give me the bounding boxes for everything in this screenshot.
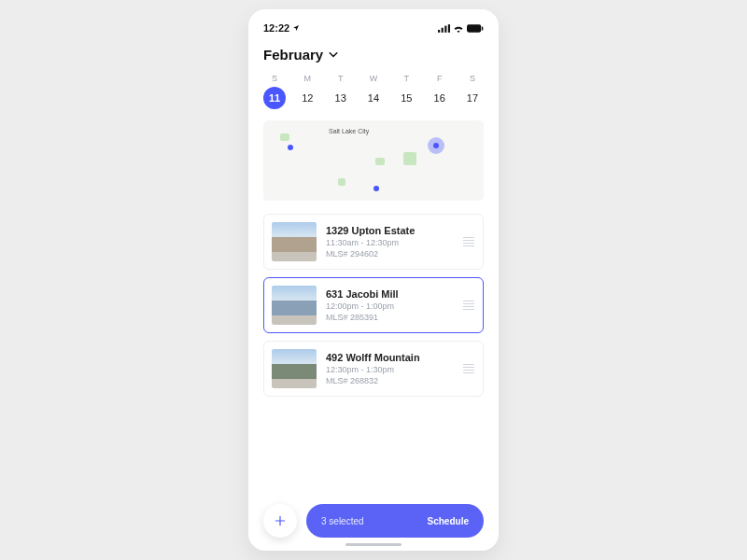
map-park (375, 158, 385, 165)
dow: T (330, 74, 352, 83)
status-bar: 12:22 (263, 22, 484, 34)
svg-rect-5 (482, 26, 483, 30)
date-cell[interactable]: 11 (263, 87, 286, 109)
svg-rect-1 (442, 27, 444, 32)
chevron-down-icon (329, 52, 338, 58)
svg-rect-4 (467, 24, 481, 32)
map-park (280, 133, 289, 141)
listing-title: 1329 Upton Estate (326, 225, 453, 236)
map-park (338, 178, 345, 186)
battery-icon (467, 24, 484, 33)
svg-rect-3 (448, 24, 450, 33)
plus-icon (274, 514, 287, 527)
drag-handle-icon[interactable] (462, 301, 475, 310)
dow: M (296, 74, 318, 83)
status-time: 12:22 (263, 22, 289, 34)
listing-card[interactable]: 1329 Upton Estate 11:30am - 12:30pm MLS#… (263, 214, 484, 270)
location-icon (292, 24, 300, 32)
listing-text: 1329 Upton Estate 11:30am - 12:30pm MLS#… (326, 225, 453, 259)
listing-card[interactable]: 492 Wolff Mountain 12:30pm - 1:30pm MLS#… (263, 341, 484, 397)
schedule-button[interactable]: 3 selected Schedule (306, 504, 484, 538)
map-pin[interactable] (374, 186, 379, 191)
dow: S (461, 74, 484, 83)
date-cell[interactable]: 15 (395, 87, 417, 109)
home-indicator[interactable] (345, 543, 402, 546)
listing-thumbnail (272, 222, 317, 261)
listing-title: 631 Jacobi Mill (326, 288, 453, 300)
bottom-bar: 3 selected Schedule (263, 504, 484, 538)
date-cell[interactable]: 12 (296, 87, 318, 109)
listing-text: 631 Jacobi Mill 12:00pm - 1:00pm MLS# 28… (326, 288, 453, 322)
month-title: February (263, 47, 323, 63)
date-cell[interactable]: 17 (461, 87, 484, 109)
listing-mls: MLS# 268832 (326, 376, 453, 385)
listing-thumbnail (272, 286, 317, 325)
drag-handle-icon[interactable] (462, 237, 475, 246)
svg-rect-0 (438, 29, 440, 32)
listing-title: 492 Wolff Mountain (326, 352, 453, 363)
listing-time: 12:30pm - 1:30pm (326, 365, 453, 374)
date-cell[interactable]: 16 (429, 87, 451, 109)
listing-thumbnail (272, 349, 317, 388)
cellular-icon (438, 24, 450, 33)
date-cell[interactable]: 13 (330, 87, 352, 109)
listing-time: 11:30am - 12:30pm (326, 238, 453, 247)
selected-count: 3 selected (321, 516, 364, 526)
svg-rect-2 (444, 25, 446, 32)
map-park (403, 152, 416, 165)
dow: W (362, 74, 385, 83)
map-city-label: Salt Lake City (329, 128, 369, 134)
dow: T (395, 74, 417, 83)
listing-text: 492 Wolff Mountain 12:30pm - 1:30pm MLS#… (326, 352, 453, 385)
dow: F (429, 74, 451, 83)
listing-card[interactable]: 631 Jacobi Mill 12:00pm - 1:00pm MLS# 28… (263, 277, 484, 333)
date-cell[interactable]: 14 (362, 87, 385, 109)
wifi-icon (453, 24, 464, 33)
listing-time: 12:00pm - 1:00pm (326, 301, 453, 311)
map-current-location[interactable] (428, 137, 444, 154)
listing-mls: MLS# 294602 (326, 249, 453, 259)
add-button[interactable] (263, 504, 297, 538)
map-pin[interactable] (288, 145, 293, 150)
listing-mls: MLS# 285391 (326, 313, 453, 322)
map-view[interactable]: Salt Lake City (263, 120, 484, 201)
month-selector[interactable]: February (263, 47, 484, 63)
weekday-row: S M T W T F S (263, 74, 484, 83)
schedule-label: Schedule (428, 516, 469, 526)
dates-row: 11 12 13 14 15 16 17 (263, 87, 484, 109)
drag-handle-icon[interactable] (462, 364, 475, 373)
dow: S (263, 74, 286, 83)
phone-frame: 12:22 February S M T W T F S 11 12 13 14… (248, 9, 499, 551)
